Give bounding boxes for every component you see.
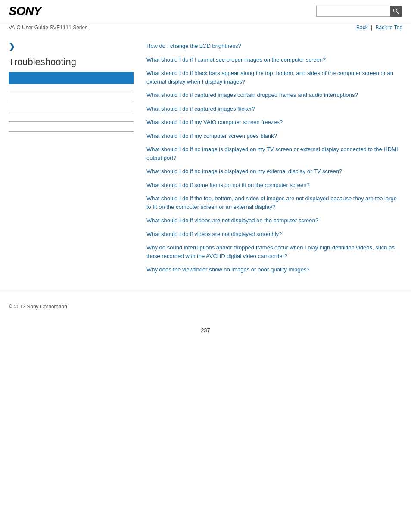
header: SONY — [0, 0, 411, 22]
main-link-12[interactable]: What should I do if videos are not displ… — [146, 216, 402, 225]
search-box — [316, 6, 402, 17]
sidebar: ❯ Troubleshooting — [9, 37, 142, 279]
nav-separator: | — [371, 25, 372, 31]
sidebar-arrow[interactable]: ❯ — [9, 42, 134, 51]
sidebar-divider-3 — [9, 112, 134, 112]
main-link-9[interactable]: What should I do if no image is displaye… — [146, 167, 402, 176]
main-link-7[interactable]: What should I do if my computer screen g… — [146, 132, 402, 140]
main-link-8[interactable]: What should I do if no image is displaye… — [146, 145, 402, 162]
back-to-top-link[interactable]: Back to Top — [376, 25, 402, 31]
back-link[interactable]: Back — [356, 25, 368, 31]
sidebar-divider-1 — [9, 92, 134, 92]
svg-point-0 — [394, 9, 397, 12]
search-input[interactable] — [317, 6, 390, 16]
search-button[interactable] — [390, 6, 402, 17]
sidebar-divider-4 — [9, 121, 134, 122]
copyright: © 2012 Sony Corporation — [9, 304, 67, 310]
sony-logo: SONY — [9, 4, 41, 18]
main-link-4[interactable]: What should I do if captured images cont… — [146, 91, 402, 100]
page-number: 237 — [0, 327, 411, 342]
sidebar-divider-5 — [9, 131, 134, 132]
main-link-3[interactable]: What should I do if black bars appear al… — [146, 69, 402, 86]
main-link-6[interactable]: What should I do if my VAIO computer scr… — [146, 118, 402, 127]
footer: © 2012 Sony Corporation — [0, 299, 411, 323]
main-content: How do I change the LCD brightness?What … — [142, 37, 402, 279]
main-link-15[interactable]: Why does the viewfinder show no images o… — [146, 265, 402, 274]
guide-title: VAIO User Guide SVE1111 Series — [9, 25, 87, 31]
main-link-5[interactable]: What should I do if captured images flic… — [146, 105, 402, 113]
main-link-14[interactable]: Why do sound interruptions and/or droppe… — [146, 243, 402, 260]
subheader: VAIO User Guide SVE1111 Series Back | Ba… — [0, 22, 411, 33]
svg-line-1 — [397, 12, 399, 14]
content-divider — [0, 292, 411, 292]
nav-links: Back | Back to Top — [356, 25, 402, 31]
main-link-13[interactable]: What should I do if videos are not displ… — [146, 230, 402, 239]
main-link-1[interactable]: How do I change the LCD brightness? — [146, 42, 402, 50]
main-link-11[interactable]: What should I do if the top, bottom, and… — [146, 194, 402, 211]
sidebar-title: Troubleshooting — [9, 56, 134, 68]
main-link-10[interactable]: What should I do if some items do not fi… — [146, 181, 402, 190]
search-icon — [393, 8, 399, 14]
content: ❯ Troubleshooting How do I change the LC… — [0, 33, 411, 288]
main-link-2[interactable]: What should I do if I cannot see proper … — [146, 56, 402, 64]
sidebar-highlight-bar — [9, 72, 134, 84]
sidebar-divider-2 — [9, 102, 134, 102]
